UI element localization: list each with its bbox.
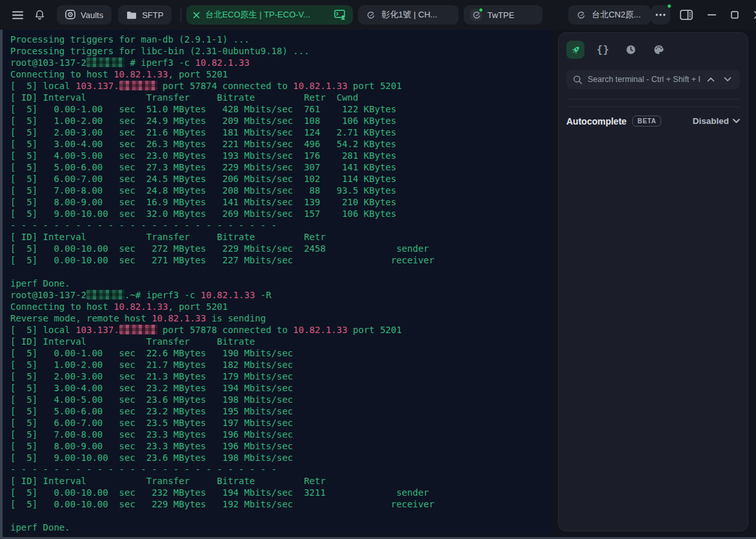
history-button[interactable] bbox=[622, 41, 640, 59]
terminal-line: [ 5] 3.00-4.00 sec 26.3 MBytes 221 Mbits… bbox=[10, 138, 553, 150]
terminal-text: [ 5] 8.00-9.00 sec 16.9 MBytes 141 Mbits… bbox=[10, 197, 396, 207]
terminal-text: [ 5] 0.00-1.00 sec 51.0 MBytes 428 Mbits… bbox=[10, 104, 396, 114]
snippets-button[interactable]: {} bbox=[594, 41, 612, 59]
terminal-text: Processing triggers for libc-bin (2.31-0… bbox=[10, 46, 310, 56]
terminal-line: [ ID] Interval Transfer Bitrate bbox=[10, 336, 553, 347]
tab-label: 台北CN2原... bbox=[592, 9, 641, 21]
theme-button[interactable] bbox=[650, 41, 668, 59]
minimize-icon bbox=[708, 14, 716, 15]
terminal-line: [ 5] 9.00-10.00 sec 23.6 MBytes 198 Mbit… bbox=[10, 452, 553, 463]
rocket-icon bbox=[570, 45, 581, 56]
close-button[interactable] bbox=[748, 5, 756, 25]
tab-changhua-1[interactable]: 彰化1號 | CH... bbox=[358, 5, 459, 25]
quick-actions-rocket-button[interactable] bbox=[566, 41, 584, 59]
bell-icon bbox=[34, 10, 45, 21]
terminal-text: [ 5] 4.00-5.00 sec 23.6 MBytes 198 Mbits… bbox=[10, 394, 293, 405]
sftp-label: SFTP bbox=[142, 10, 163, 20]
menu-button[interactable] bbox=[8, 5, 27, 25]
terminal-line: [ 5] 9.00-10.00 sec 32.0 MBytes 269 Mbit… bbox=[10, 208, 553, 219]
search-icon bbox=[573, 75, 582, 85]
terminal-text: Reverse mode, remote host bbox=[10, 313, 152, 323]
terminal-line: [ 5] 7.00-8.00 sec 23.3 MBytes 196 Mbits… bbox=[10, 429, 553, 440]
close-tab-icon[interactable] bbox=[193, 12, 200, 19]
terminal-text: 10.82.1.33 bbox=[114, 301, 168, 312]
terminal-text: , port 5201 bbox=[168, 301, 228, 312]
terminal-search-bar bbox=[566, 70, 740, 89]
terminal-text: .~# iperf3 -c bbox=[124, 290, 201, 300]
terminal-line: [ ID] Interval Transfer Bitrate Retr bbox=[10, 231, 553, 243]
terminal-line: [ 5] 0.00-10.00 sec 232 MBytes 194 Mbits… bbox=[10, 487, 553, 498]
notifications-button[interactable] bbox=[30, 5, 49, 25]
terminal-text: [ ID] Interval Transfer Bitrate bbox=[10, 336, 255, 347]
terminal-text: [ 5] 2.00-3.00 sec 21.3 MBytes 179 Mbits… bbox=[10, 371, 293, 381]
terminal-text: [ 5] 0.00-10.00 sec 232 MBytes 194 Mbits… bbox=[10, 487, 429, 498]
tab-twtpe[interactable]: TwTPE bbox=[464, 5, 542, 25]
autocomplete-state: Disabled bbox=[693, 116, 729, 126]
terminal-line bbox=[10, 510, 553, 522]
terminal-line: [ 5] 8.00-9.00 sec 16.9 MBytes 141 Mbits… bbox=[10, 196, 553, 208]
terminal-text: [ ID] Interval Transfer Bitrate Retr bbox=[10, 476, 326, 486]
terminal-line: [ 5] local 103.137. port 57878 connected… bbox=[10, 324, 553, 336]
terminal-text: [ 5] 4.00-5.00 sec 23.0 MBytes 193 Mbits… bbox=[10, 150, 396, 161]
terminal-line: [ 5] 1.00-2.00 sec 21.7 MBytes 182 Mbits… bbox=[10, 359, 553, 371]
search-next-button[interactable] bbox=[722, 74, 733, 85]
activity-dot bbox=[479, 8, 483, 12]
maximize-button[interactable] bbox=[724, 5, 745, 25]
terminal-line: [ 5] 8.00-9.00 sec 23.3 MBytes 196 Mbits… bbox=[10, 440, 553, 452]
minimize-button[interactable] bbox=[701, 5, 722, 25]
autocomplete-label: Autocomplete bbox=[566, 116, 626, 127]
sftp-button[interactable]: SFTP bbox=[118, 5, 172, 25]
os-swirl-icon bbox=[576, 10, 586, 20]
tab-label: 台北ECO原生 | TP-ECO-V... bbox=[205, 9, 310, 21]
terminal-text: [ 5] local bbox=[10, 325, 75, 335]
terminal-text: port 57874 connected to bbox=[157, 81, 293, 91]
terminal-line: [ 5] 5.00-6.00 sec 27.3 MBytes 229 Mbits… bbox=[10, 161, 553, 173]
terminal-line: Reverse mode, remote host 10.82.1.33 is … bbox=[10, 312, 553, 324]
terminal-share-icon bbox=[334, 10, 346, 20]
terminal-line: - - - - - - - - - - - - - - - - - - - - … bbox=[10, 463, 553, 475]
terminal-text: 10.82.1.33 bbox=[195, 57, 250, 68]
terminal-line: [ 5] 1.00-2.00 sec 24.9 MBytes 209 Mbits… bbox=[10, 115, 553, 127]
terminal-text: - - - - - - - - - - - - - - - - - - - - … bbox=[10, 464, 277, 474]
terminal-line: [ 5] 0.00-10.00 sec 229 MBytes 192 Mbits… bbox=[10, 498, 553, 510]
terminal-text: [ 5] 9.00-10.00 sec 23.6 MBytes 198 Mbit… bbox=[10, 453, 293, 463]
maximize-icon bbox=[731, 11, 739, 19]
more-tabs-button[interactable] bbox=[651, 5, 670, 25]
topbar-separator bbox=[181, 8, 181, 22]
terminal-output[interactable]: Processing triggers for man-db (2.9.1-1)… bbox=[3, 30, 553, 535]
terminal-line: root@103-137-2 # iperf3 -c 10.82.1.33 bbox=[10, 57, 553, 68]
terminal-text: 10.82.1.33 bbox=[114, 69, 168, 79]
terminal-line: [ 5] 4.00-5.00 sec 23.6 MBytes 198 Mbits… bbox=[10, 394, 553, 405]
tab-taipei-cn2[interactable]: 台北CN2原... bbox=[568, 5, 651, 25]
terminal-text: [ 5] 8.00-9.00 sec 23.3 MBytes 196 Mbits… bbox=[10, 441, 293, 451]
terminal-text: [ 5] 1.00-2.00 sec 21.7 MBytes 182 Mbits… bbox=[10, 360, 293, 370]
terminal-text: root@103-137-2 bbox=[10, 290, 86, 300]
tab-taipei-eco[interactable]: 台北ECO原生 | TP-ECO-V... bbox=[186, 5, 353, 25]
terminal-line: [ ID] Interval Transfer Bitrate Retr Cwn… bbox=[10, 92, 553, 103]
beta-badge: BETA bbox=[632, 116, 661, 127]
terminal-text: 10.82.1.33 bbox=[293, 81, 347, 91]
sidebar-divider bbox=[566, 107, 740, 107]
terminal-text: , port 5201 bbox=[168, 69, 228, 79]
autocomplete-dropdown[interactable]: Disabled bbox=[693, 116, 740, 126]
toggle-sidebar-button[interactable] bbox=[677, 5, 696, 25]
chevron-down-icon bbox=[724, 77, 731, 82]
redacted-text bbox=[119, 325, 157, 334]
terminal-text: [ 5] 0.00-10.00 sec 229 MBytes 192 Mbits… bbox=[10, 499, 434, 509]
search-prev-button[interactable] bbox=[705, 74, 717, 85]
redacted-text bbox=[86, 290, 124, 300]
terminal-line: [ 5] 6.00-7.00 sec 24.5 MBytes 206 Mbits… bbox=[10, 173, 553, 185]
terminal-text: Connecting to host bbox=[10, 69, 114, 79]
terminal-text: port 5201 bbox=[348, 81, 402, 91]
terminal-text: [ 5] local bbox=[10, 81, 75, 91]
terminal-line: [ 5] 5.00-6.00 sec 23.2 MBytes 195 Mbits… bbox=[10, 405, 553, 417]
search-input[interactable] bbox=[588, 75, 700, 84]
terminal-line: [ 5] 4.00-5.00 sec 23.0 MBytes 193 Mbits… bbox=[10, 150, 553, 161]
terminal-text: [ 5] 6.00-7.00 sec 23.5 MBytes 197 Mbits… bbox=[10, 418, 293, 428]
terminal-text: - - - - - - - - - - - - - - - - - - - - … bbox=[10, 220, 277, 230]
terminal-text: [ 5] 7.00-8.00 sec 23.3 MBytes 196 Mbits… bbox=[10, 429, 293, 440]
terminal-text: Connecting to host bbox=[10, 301, 114, 312]
activity-dot bbox=[667, 4, 671, 8]
top-bar: Vaults SFTP 台北ECO原生 | TP-ECO-V... 彰化1號 |… bbox=[0, 0, 756, 30]
vaults-button[interactable]: Vaults bbox=[57, 5, 112, 25]
